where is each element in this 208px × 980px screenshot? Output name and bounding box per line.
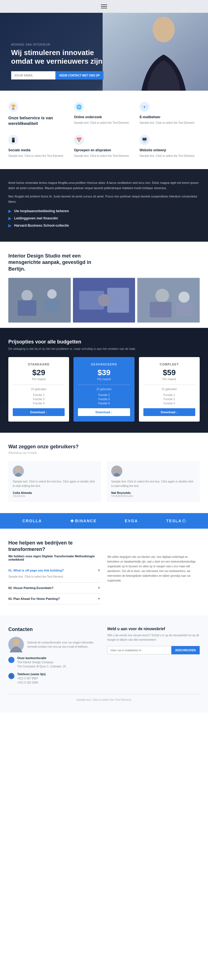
testimonial-name-0: Celia Almeda (13, 491, 97, 495)
faq-intro: We hebben onze eigen Digitale Transforma… (8, 555, 101, 561)
testimonials-section: Wat zeggen onze gebruikers? Afbeelding v… (0, 433, 208, 513)
svg-rect-9 (107, 288, 129, 313)
newsletter-desc: Wilt u als eerste ons nieuws lezen? Schr… (107, 633, 200, 642)
logo-binance: BINANCE (70, 519, 97, 523)
service-icon-1: 📧 (140, 102, 150, 112)
pricing-plan-0: Standaard (13, 363, 65, 366)
pricing-feature-0-3: Functie 4 (13, 402, 65, 405)
phone-icon: 📞 (8, 673, 14, 679)
studio-section: Interior Design Studio met een mensgeric… (0, 242, 208, 328)
contact-grid: Contacten Gebruik de contactformulier vo… (8, 627, 200, 689)
pricing-card-1: Geavanceerd $39 Per maand 15 gebruiker F… (74, 357, 134, 422)
pricing-period-1: Per maand (78, 378, 130, 381)
service-icon-0: 🌐 (74, 102, 84, 112)
pricing-period-0: Per maand (13, 378, 65, 381)
service-title-4: Website ontwerp (140, 148, 200, 152)
service-item-main: 🏆 Onze belservice is van wereldkwaliteit (8, 102, 68, 128)
faq-item-1: 02. House Painting Essentials? ▼ (8, 582, 101, 593)
studio-image-2 (73, 278, 136, 323)
contact-right: Meld u aan voor de nieuwsbrief Wilt u al… (107, 627, 200, 689)
newsletter-subscribe-btn[interactable]: INSCHRIJVEN (172, 646, 200, 654)
footer-text: Sample text. Click to select the Text El… (8, 694, 200, 702)
logo-evga: EVGA (125, 519, 138, 523)
pricing-section: Prijsopties voor alle budgetten De uitda… (0, 328, 208, 433)
hero-email-input[interactable] (11, 71, 55, 80)
service-icon-3: 📅 (74, 135, 84, 145)
testimonials-grid: Sample text. Click to select the text bo… (8, 461, 200, 502)
newsletter-form: INSCHRIJVEN (107, 646, 200, 654)
pricing-period-2: Per maand (143, 378, 195, 381)
svg-rect-2 (8, 278, 71, 322)
svg-point-10 (98, 294, 110, 307)
pricing-feature-1-3: Functie 4 (78, 402, 130, 405)
service-item-4: 🖥️ Website ontwerp Sample text. Click to… (140, 135, 200, 158)
pricing-plan-1: Geavanceerd (78, 363, 130, 366)
newsletter-email-input[interactable] (107, 646, 172, 654)
hero-cta-button[interactable]: NEEM CONTACT MET ONS OP (55, 71, 104, 80)
pricing-download-btn-0[interactable]: Download ↓ (13, 408, 65, 416)
testimonial-text-0: Sample text. Click to select the text bo… (13, 479, 97, 488)
pricing-price-0: $29 (13, 368, 65, 377)
faq-question-2[interactable]: 03. Plan Ahead For Home Painting? ▼ (8, 597, 101, 601)
testimonial-name-1: Nat Reynolds (111, 491, 195, 495)
svg-point-14 (179, 291, 190, 302)
testimonial-text-1: Sample text. Click to select the text bo… (111, 479, 195, 488)
contact-avatar-area: Gebruik de contactformulier voor uw vrag… (8, 637, 101, 652)
pricing-feature-0-2: Functie 3 (13, 398, 65, 401)
contact-phone-line0: +912 5 067 8987 (17, 676, 46, 681)
svg-point-3 (21, 290, 32, 301)
testimonial-card-1: Sample text. Click to select the text bo… (107, 461, 200, 502)
service-icon-main: 🏆 (8, 102, 18, 112)
service-title-2: Sociale media (8, 148, 68, 152)
pricing-download-btn-2[interactable]: Download ↓ (143, 408, 195, 416)
pricing-heading: Prijsopties voor alle budgetten (8, 339, 200, 345)
svg-point-17 (16, 468, 20, 472)
hero-form: NEEM CONTACT MET ONS OP (11, 71, 100, 80)
pricing-users-0: 15 gebruiker (13, 388, 65, 391)
faq-section: Hoe helpen we bedrijven te transformeren… (0, 529, 208, 616)
faq-question-0[interactable]: 01. What is off page seo link building? … (8, 568, 101, 572)
studio-images (8, 278, 200, 317)
pricing-card-0: Standaard $29 Per maand 15 gebruiker Fun… (8, 357, 69, 422)
svg-rect-13 (150, 302, 172, 317)
pricing-feature-2-2: Functie 3 (143, 398, 195, 401)
hamburger-menu[interactable] (100, 3, 108, 10)
dark-list-item-0: ▶ Uw loopbaanontwikkeling beheren (8, 209, 200, 213)
svg-point-1 (153, 17, 175, 42)
pricing-feature-1-2: Functie 3 (78, 398, 130, 401)
dark-list-item-1: ▶ Leidinggeven met financiën (8, 216, 200, 221)
testimonial-role-0: Secretaris (13, 495, 97, 498)
svg-text:®: ® (183, 520, 185, 522)
pricing-users-2: 15 gebruiker (143, 388, 195, 391)
svg-rect-4 (18, 300, 36, 316)
pricing-users-1: 15 gebruiker (78, 388, 130, 391)
service-desc-2: Sample text. Click to select the Text El… (8, 154, 68, 158)
faq-question-1[interactable]: 02. House Painting Essentials? ▼ (8, 586, 101, 590)
contact-phone-line1: +912 5 252 3506 (17, 681, 46, 685)
contact-location-line1: The Courtyard, Al Quoz 1, Colorado. 25. (17, 664, 66, 668)
dark-para2: Nec feugiat nisl pretium fusce id. Justo… (8, 194, 200, 204)
hero-heading: Wij stimuleren innovatie omdat we vernie… (11, 48, 106, 66)
faq-answer-0: Sample text. Click to select the Text El… (8, 574, 101, 579)
arrow-icon-2: ▶ (8, 223, 11, 228)
faq-chevron-1: ▼ (97, 586, 101, 590)
dark-list: ▶ Uw loopbaanontwikkeling beheren ▶ Leid… (8, 209, 200, 228)
hero-section: Woning van Interieur Wij stimuleren inno… (0, 13, 208, 91)
pricing-feature-2-3: Functie 4 (143, 402, 195, 405)
pricing-download-btn-1[interactable]: Download ↓ (78, 408, 130, 416)
testimonials-subtitle: Afbeelding van Freepik (8, 451, 200, 454)
pricing-feature-0-1: Functie 2 (13, 393, 65, 396)
contact-phone-text: Telefoon (vaste lijn) +912 5 067 8987 +9… (17, 673, 46, 685)
contact-location-text: Onze kantoorlocatie The Interior Design … (17, 656, 66, 668)
pricing-price-1: $39 (78, 368, 130, 377)
dark-section: Amet luctus venenatis lectus magna fring… (0, 169, 208, 242)
svg-point-5 (47, 289, 57, 299)
arrow-icon-1: ▶ (8, 216, 11, 221)
studio-image-3 (137, 278, 200, 323)
faq-questions: We hebben onze eigen Digitale Transforma… (8, 555, 101, 604)
hero-text-block: Woning van Interieur Wij stimuleren inno… (11, 43, 106, 80)
studio-image-1 (8, 278, 71, 323)
pricing-feature-1-1: Functie 2 (78, 393, 130, 396)
services-section: 🏆 Onze belservice is van wereldkwaliteit… (0, 91, 208, 169)
faq-item-2: 03. Plan Ahead For Home Painting? ▼ (8, 593, 101, 604)
